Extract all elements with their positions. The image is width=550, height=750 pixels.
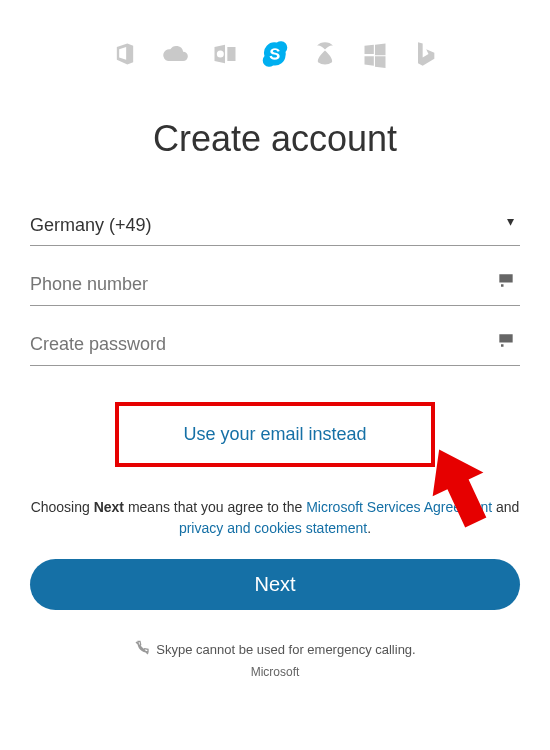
- office-icon: [111, 40, 139, 68]
- outlook-icon: [211, 40, 239, 68]
- highlight-box: Use your email instead: [115, 402, 435, 467]
- use-email-link[interactable]: Use your email instead: [183, 424, 366, 444]
- skype-icon: [261, 40, 289, 68]
- brand-icon-row: [30, 40, 520, 68]
- keypad-icon: [496, 270, 516, 290]
- emergency-text: Skype cannot be used for emergency calli…: [156, 642, 415, 657]
- windows-icon: [361, 40, 389, 68]
- onedrive-icon: [161, 40, 189, 68]
- country-select-wrap[interactable]: Germany (+49): [30, 205, 520, 264]
- page-title: Create account: [30, 118, 520, 160]
- keypad-icon: [496, 330, 516, 350]
- microsoft-brand: Microsoft: [30, 665, 520, 679]
- consent-text: Choosing Next means that you agree to th…: [30, 497, 520, 539]
- phone-input[interactable]: [30, 264, 520, 306]
- bing-icon: [411, 40, 439, 68]
- password-input[interactable]: [30, 324, 520, 366]
- next-button[interactable]: Next: [30, 559, 520, 610]
- xbox-icon: [311, 40, 339, 68]
- footer: Skype cannot be used for emergency calli…: [30, 640, 520, 679]
- services-agreement-link[interactable]: Microsoft Services Agreement: [306, 499, 492, 515]
- no-emergency-icon: [134, 640, 150, 659]
- country-select[interactable]: Germany (+49): [30, 205, 520, 246]
- privacy-statement-link[interactable]: privacy and cookies statement: [179, 520, 367, 536]
